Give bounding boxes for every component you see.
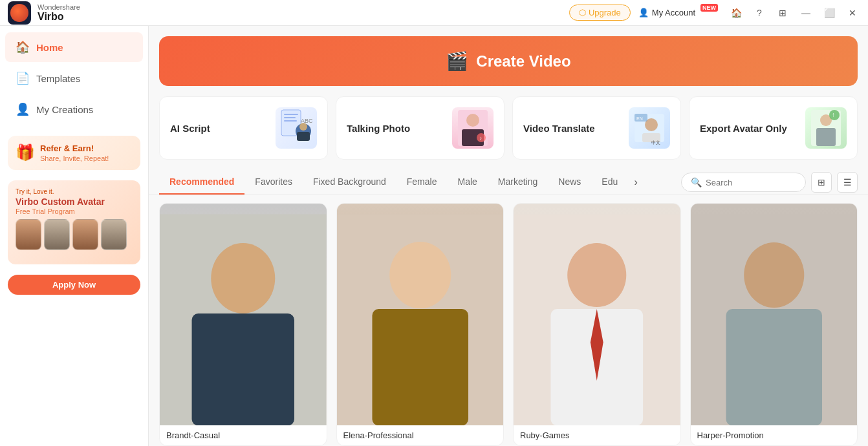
avatar-card-3[interactable]: Ruby-Games bbox=[513, 203, 681, 446]
promo2-avatar-2 bbox=[44, 219, 70, 250]
avatar-card-2[interactable]: Elena-Professional bbox=[336, 203, 505, 446]
promo1-subtitle: Share, Invite, Repeat! bbox=[40, 154, 109, 162]
svg-rect-26 bbox=[192, 313, 294, 425]
my-account-button[interactable]: 👤 My Account bbox=[638, 8, 695, 17]
avatar-name-2: Elena-Professional bbox=[337, 425, 504, 445]
filter-tabs-bar: Recommended Favorites Fixed Background F… bbox=[149, 170, 868, 195]
talking-photo-preview: ♪ bbox=[452, 107, 494, 149]
maximize-button[interactable]: ⬜ bbox=[821, 5, 837, 21]
avatar-image-3 bbox=[514, 204, 680, 425]
search-box[interactable]: 🔍 bbox=[681, 173, 806, 192]
apply-now-button[interactable]: Apply Now bbox=[8, 275, 140, 295]
promo1-text-block: Refer & Earn! Share, Invite, Repeat! bbox=[40, 143, 109, 162]
avatar-svg-2 bbox=[337, 204, 504, 425]
my-creations-icon: 👤 bbox=[16, 102, 30, 116]
app-branding: Wondershare Virbo bbox=[8, 1, 80, 25]
svg-point-25 bbox=[211, 243, 275, 313]
gift-icon: 🎁 bbox=[16, 143, 35, 162]
ai-script-preview: ABC bbox=[276, 107, 317, 149]
export-avatar-label: Export Avatar Only bbox=[700, 123, 799, 134]
svg-text:中文: 中文 bbox=[651, 140, 660, 145]
main-layout: 🏠 Home 📄 Templates 👤 My Creations 🎁 Refe… bbox=[0, 26, 868, 446]
tabs-expand-chevron[interactable]: › bbox=[628, 175, 644, 190]
action-card-ai-script[interactable]: AI Script ABC bbox=[159, 96, 328, 160]
svg-point-6 bbox=[299, 123, 307, 131]
avatar-svg-1 bbox=[160, 204, 327, 425]
avatar-card-1[interactable]: Brandt-Casual bbox=[159, 203, 327, 446]
export-avatar-preview: ↑ bbox=[805, 107, 847, 149]
avatar-image-2 bbox=[337, 204, 504, 425]
create-video-icon: 🎬 bbox=[446, 50, 468, 72]
svg-rect-2 bbox=[284, 117, 296, 118]
avatar-svg-3 bbox=[514, 204, 680, 425]
close-button[interactable]: ✕ bbox=[845, 5, 860, 21]
sidebar-item-label-templates: Templates bbox=[36, 73, 80, 84]
sidebar-item-home[interactable]: 🏠 Home bbox=[5, 32, 143, 62]
filter-icon-button-1[interactable]: ⊞ bbox=[811, 172, 832, 193]
action-cards-row: AI Script ABC Talking Photo bbox=[159, 96, 858, 160]
action-card-export-avatar[interactable]: Export Avatar Only ↑ bbox=[689, 96, 858, 160]
promo2-avatar-1 bbox=[16, 219, 41, 250]
video-translate-label: Video Translate bbox=[523, 123, 622, 134]
title-bar: Wondershare Virbo ⬡ Upgrade 👤 My Account… bbox=[0, 0, 868, 26]
tab-favorites[interactable]: Favorites bbox=[244, 170, 303, 195]
filter-icon-button-2[interactable]: ☰ bbox=[837, 172, 858, 193]
tab-marketing[interactable]: Marketing bbox=[488, 170, 548, 195]
promo2-title: Virbo Custom Avatar bbox=[16, 196, 133, 207]
create-video-banner[interactable]: 🎬 Create Video bbox=[159, 36, 858, 86]
promo2-try-label: Try it, Love it. bbox=[16, 188, 133, 195]
svg-point-35 bbox=[744, 242, 804, 308]
promo2-subtitle: Free Trial Program bbox=[16, 207, 133, 215]
home-icon: 🏠 bbox=[16, 40, 30, 54]
tab-fixed-background[interactable]: Fixed Background bbox=[303, 170, 396, 195]
grid-icon-btn[interactable]: ⊞ bbox=[775, 5, 790, 21]
tab-news[interactable]: News bbox=[548, 170, 591, 195]
promo2-avatar-3 bbox=[72, 219, 98, 250]
avatar-name-3: Ruby-Games bbox=[514, 425, 680, 445]
sidebar: 🏠 Home 📄 Templates 👤 My Creations 🎁 Refe… bbox=[0, 26, 149, 446]
ai-script-thumbnail: ABC bbox=[280, 109, 312, 147]
avatar-card-4[interactable]: Harper-Promotion bbox=[690, 203, 858, 446]
search-icon: 🔍 bbox=[691, 177, 702, 187]
svg-rect-21 bbox=[816, 128, 836, 146]
app-name-text: Wondershare Virbo bbox=[38, 3, 80, 23]
promo2-avatar-4 bbox=[101, 219, 127, 250]
action-card-talking-photo[interactable]: Talking Photo ♪ bbox=[336, 96, 505, 160]
svg-text:EN: EN bbox=[636, 116, 643, 121]
avatar-name-4: Harper-Promotion bbox=[691, 425, 858, 445]
promo2-avatar-images bbox=[16, 219, 133, 250]
sidebar-item-templates[interactable]: 📄 Templates bbox=[5, 63, 143, 93]
minimize-button[interactable]: — bbox=[798, 5, 814, 21]
svg-point-9 bbox=[466, 114, 479, 127]
templates-icon: 📄 bbox=[16, 71, 30, 85]
tab-male[interactable]: Male bbox=[447, 170, 487, 195]
ai-script-label: AI Script bbox=[170, 123, 269, 134]
sidebar-item-my-creations[interactable]: 👤 My Creations bbox=[5, 94, 143, 124]
tab-recommended[interactable]: Recommended bbox=[159, 170, 244, 195]
avatar-name-1: Brandt-Casual bbox=[160, 425, 327, 445]
upgrade-button[interactable]: ⬡ Upgrade bbox=[569, 5, 631, 21]
help-icon-btn[interactable]: ? bbox=[752, 5, 767, 21]
avatar-image-1 bbox=[160, 204, 327, 425]
refer-earn-promo[interactable]: 🎁 Refer & Earn! Share, Invite, Repeat! bbox=[8, 136, 140, 170]
avatar-image-4 bbox=[691, 204, 858, 425]
svg-point-28 bbox=[389, 242, 451, 308]
tab-edu[interactable]: Edu bbox=[591, 170, 628, 195]
app-logo-inner bbox=[10, 4, 28, 22]
action-card-video-translate[interactable]: Video Translate EN 中文 bbox=[512, 96, 681, 160]
new-badge: NEW bbox=[700, 4, 718, 12]
talking-photo-thumbnail: ♪ bbox=[457, 109, 489, 147]
tab-female[interactable]: Female bbox=[396, 170, 448, 195]
sidebar-nav: 🏠 Home 📄 Templates 👤 My Creations bbox=[0, 26, 148, 131]
video-translate-preview: EN 中文 bbox=[629, 107, 670, 149]
custom-avatar-promo[interactable]: Try it, Love it. Virbo Custom Avatar Fre… bbox=[8, 180, 140, 264]
svg-point-31 bbox=[567, 243, 626, 307]
search-input[interactable] bbox=[706, 178, 796, 187]
app-logo bbox=[8, 1, 31, 25]
svg-rect-3 bbox=[284, 120, 297, 122]
icon-home-btn[interactable]: 🏠 bbox=[728, 5, 744, 21]
talking-photo-label: Talking Photo bbox=[347, 123, 446, 134]
svg-rect-29 bbox=[372, 309, 468, 425]
title-bar-right: ⬡ Upgrade 👤 My Account NEW 🏠 ? ⊞ — ⬜ ✕ bbox=[569, 5, 860, 21]
export-avatar-thumbnail: ↑ bbox=[810, 109, 842, 147]
